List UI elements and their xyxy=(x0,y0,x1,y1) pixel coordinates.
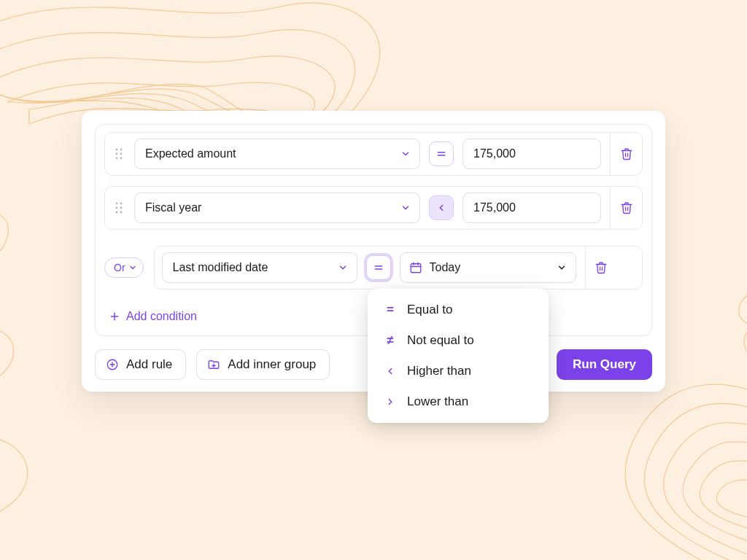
operator-button-lessthan[interactable] xyxy=(429,195,454,220)
add-inner-group-label: Add inner group xyxy=(228,357,316,372)
plus-icon xyxy=(109,311,120,322)
rule-inner: Last modified date Today xyxy=(154,246,643,289)
field-select[interactable]: Fiscal year xyxy=(134,192,420,223)
operator-option-label: Not equal to xyxy=(407,333,474,348)
row-actions xyxy=(585,246,617,289)
date-select[interactable]: Today xyxy=(400,252,576,283)
conjunction-pill[interactable]: Or xyxy=(104,257,144,278)
value-text: 175,000 xyxy=(473,201,516,214)
add-condition-button[interactable]: Add condition xyxy=(109,310,197,323)
rule-row: Fiscal year 175,000 xyxy=(104,186,643,230)
equals-icon: = xyxy=(384,303,397,317)
svg-point-12 xyxy=(116,211,118,214)
svg-point-5 xyxy=(120,158,123,160)
svg-point-13 xyxy=(120,211,123,214)
date-select-value: Today xyxy=(430,261,461,274)
chevron-right-icon xyxy=(384,397,397,407)
chevron-left-icon xyxy=(384,366,397,376)
operator-option-label: Higher than xyxy=(407,364,471,378)
chevron-down-icon xyxy=(557,262,567,273)
value-input[interactable]: 175,000 xyxy=(462,139,601,169)
svg-point-3 xyxy=(120,153,123,155)
add-rule-label: Add rule xyxy=(126,357,172,372)
operator-option-equal[interactable]: = Equal to xyxy=(368,295,549,325)
operator-button-equals[interactable] xyxy=(429,141,454,166)
field-select[interactable]: Expected amount xyxy=(134,139,420,169)
not-equals-icon: ≠ xyxy=(384,333,397,348)
field-select[interactable]: Last modified date xyxy=(162,252,357,283)
svg-point-9 xyxy=(120,203,123,205)
plus-circle-icon xyxy=(106,358,119,371)
svg-point-10 xyxy=(116,207,118,209)
chevron-down-icon xyxy=(400,149,411,159)
field-select-value: Fiscal year xyxy=(145,201,201,214)
svg-rect-16 xyxy=(411,264,421,273)
add-inner-group-button[interactable]: Add inner group xyxy=(196,349,330,380)
add-condition-label: Add condition xyxy=(126,310,197,323)
svg-point-1 xyxy=(120,149,123,151)
svg-point-4 xyxy=(116,158,118,160)
delete-rule-button[interactable] xyxy=(591,257,611,278)
operator-dropdown: = Equal to ≠ Not equal to Higher than Lo… xyxy=(368,289,549,423)
operator-option-label: Lower than xyxy=(407,394,468,409)
chevron-down-icon xyxy=(400,203,411,213)
row-actions xyxy=(610,187,642,229)
operator-option-higher[interactable]: Higher than xyxy=(368,356,549,386)
operator-button-equals[interactable] xyxy=(366,255,391,280)
svg-point-0 xyxy=(116,149,118,151)
svg-point-8 xyxy=(116,203,118,205)
value-input[interactable]: 175,000 xyxy=(462,192,601,223)
drag-handle-icon[interactable] xyxy=(112,199,125,217)
conjunction-label: Or xyxy=(114,262,125,273)
svg-point-11 xyxy=(120,207,123,209)
value-text: 175,000 xyxy=(473,147,516,160)
operator-option-lower[interactable]: Lower than xyxy=(368,386,549,417)
calendar-icon xyxy=(409,261,422,274)
operator-option-label: Equal to xyxy=(407,303,452,317)
run-query-button[interactable]: Run Query xyxy=(557,349,652,380)
delete-rule-button[interactable] xyxy=(616,144,637,164)
row-actions xyxy=(610,133,642,175)
add-rule-button[interactable]: Add rule xyxy=(95,349,186,380)
operator-option-notequal[interactable]: ≠ Not equal to xyxy=(368,325,549,356)
field-select-value: Expected amount xyxy=(145,147,236,160)
drag-handle-icon[interactable] xyxy=(112,145,125,163)
delete-rule-button[interactable] xyxy=(616,198,637,218)
rule-row: Expected amount 175,000 xyxy=(104,132,643,176)
rule-row-or: Or Last modified date xyxy=(104,240,643,295)
svg-point-2 xyxy=(116,153,118,155)
run-query-label: Run Query xyxy=(573,357,636,371)
chevron-down-icon xyxy=(338,262,348,273)
chevron-down-icon xyxy=(128,263,137,272)
folder-plus-icon xyxy=(207,358,220,371)
field-select-value: Last modified date xyxy=(173,261,268,274)
